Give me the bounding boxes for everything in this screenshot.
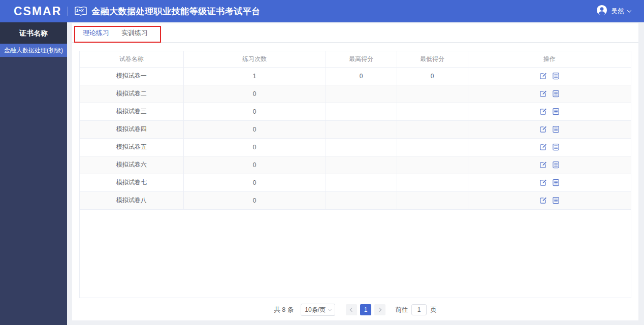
report-list-icon[interactable] [552, 125, 560, 133]
cell-operations [468, 103, 631, 120]
content-card: 理论练习 实训练习 试卷名称 练习次数 最高得分 最低得分 操作 模拟试卷一10… [72, 23, 638, 320]
edit-icon[interactable] [539, 108, 547, 115]
chevron-down-icon [328, 307, 332, 311]
table-row: 模拟试卷六0 [80, 156, 631, 174]
edit-icon[interactable] [539, 161, 547, 169]
cell-highest-score: 0 [326, 67, 397, 85]
cell-operations [468, 191, 631, 209]
table-row: 模拟试卷七0 [80, 174, 631, 191]
cell-practice-count: 0 [183, 138, 326, 156]
cell-highest-score [326, 156, 397, 174]
csmar-logo: CSMAR [14, 5, 61, 18]
table-body: 模拟试卷一100 模拟试卷二0 模拟试卷 [80, 67, 631, 209]
cell-lowest-score [397, 191, 468, 209]
cell-operations [468, 67, 631, 85]
tab-bar: 理论练习 实训练习 [72, 23, 638, 43]
operation-icons [468, 143, 631, 151]
cell-lowest-score [397, 103, 468, 120]
report-list-icon[interactable] [552, 143, 560, 151]
platform-title: 金融大数据处理职业技能等级证书考试平台 [91, 6, 261, 17]
cell-lowest-score [397, 138, 468, 156]
book-badge-text: 1+X [74, 9, 85, 13]
top-header: CSMAR 1+X 金融大数据处理职业技能等级证书考试平台 吴然 [0, 0, 644, 22]
page-unit-label: 页 [430, 306, 437, 314]
cell-practice-count: 0 [183, 174, 326, 191]
cell-paper-name: 模拟试卷四 [80, 120, 183, 138]
cell-lowest-score [397, 120, 468, 138]
edit-icon[interactable] [539, 143, 547, 151]
operation-icons [468, 179, 631, 186]
operation-icons [468, 72, 631, 80]
edit-icon[interactable] [539, 125, 547, 133]
page-size-value: 10条/页 [305, 306, 326, 314]
edit-icon[interactable] [539, 90, 547, 98]
report-list-icon[interactable] [552, 90, 560, 98]
sidebar-item-certificate[interactable]: 金融大数据处理(初级) [0, 44, 67, 57]
operation-icons [468, 108, 631, 115]
table-row: 模拟试卷一100 [80, 67, 631, 85]
prev-page-button[interactable] [346, 304, 357, 315]
report-list-icon[interactable] [552, 197, 560, 204]
goto-page-input[interactable] [411, 304, 427, 315]
operation-icons [468, 125, 631, 133]
cell-lowest-score: 0 [397, 67, 468, 85]
chevron-down-icon [627, 8, 631, 12]
table-row: 模拟试卷三0 [80, 103, 631, 120]
cell-operations [468, 138, 631, 156]
report-list-icon[interactable] [552, 72, 560, 80]
cell-practice-count: 0 [183, 120, 326, 138]
table-row: 模拟试卷八0 [80, 191, 631, 209]
cell-operations [468, 120, 631, 138]
table-row: 模拟试卷二0 [80, 85, 631, 103]
cell-practice-count: 0 [183, 156, 326, 174]
report-list-icon[interactable] [552, 161, 560, 169]
sidebar-title: 证书名称 [0, 22, 67, 44]
page-number-button[interactable]: 1 [360, 304, 371, 315]
report-list-icon[interactable] [552, 179, 560, 186]
cell-paper-name: 模拟试卷八 [80, 191, 183, 209]
next-page-button[interactable] [374, 304, 385, 315]
column-header-practice-count: 练习次数 [183, 51, 326, 67]
operation-icons [468, 197, 631, 204]
tab-theory-practice[interactable]: 理论练习 [83, 23, 109, 42]
cell-practice-count: 0 [183, 103, 326, 120]
cell-paper-name: 模拟试卷三 [80, 103, 183, 120]
cell-operations [468, 174, 631, 191]
cell-practice-count: 0 [183, 191, 326, 209]
avatar [596, 5, 607, 18]
cell-highest-score [326, 103, 397, 120]
total-count-label: 共 8 条 [274, 306, 294, 314]
edit-icon[interactable] [539, 72, 547, 80]
cell-highest-score [326, 138, 397, 156]
exam-table: 试卷名称 练习次数 最高得分 最低得分 操作 模拟试卷一100 模拟试卷二0 [79, 51, 631, 298]
cell-highest-score [326, 174, 397, 191]
sidebar: 证书名称 金融大数据处理(初级) [0, 22, 67, 325]
operation-icons [468, 90, 631, 98]
edit-icon[interactable] [539, 197, 547, 204]
chevron-left-icon [350, 308, 354, 312]
cell-practice-count: 1 [183, 67, 326, 85]
cell-lowest-score [397, 85, 468, 103]
brand-divider [68, 7, 68, 16]
edit-icon[interactable] [539, 179, 547, 186]
cell-practice-count: 0 [183, 85, 326, 103]
goto-label: 前往 [395, 306, 408, 314]
cell-paper-name: 模拟试卷七 [80, 174, 183, 191]
cell-highest-score [326, 120, 397, 138]
report-list-icon[interactable] [552, 108, 560, 115]
table-header-row: 试卷名称 练习次数 最高得分 最低得分 操作 [80, 51, 631, 67]
cell-lowest-score [397, 156, 468, 174]
brand: CSMAR 1+X 金融大数据处理职业技能等级证书考试平台 [14, 5, 261, 18]
table-row: 模拟试卷五0 [80, 138, 631, 156]
cell-lowest-score [397, 174, 468, 191]
cell-paper-name: 模拟试卷五 [80, 138, 183, 156]
cell-paper-name: 模拟试卷一 [80, 67, 183, 85]
cell-highest-score [326, 85, 397, 103]
user-menu[interactable]: 吴然 [596, 5, 631, 18]
cell-operations [468, 85, 631, 103]
tab-practical-practice[interactable]: 实训练习 [121, 23, 148, 42]
table-row: 模拟试卷四0 [80, 120, 631, 138]
column-header-operations: 操作 [468, 51, 631, 67]
user-name: 吴然 [611, 7, 624, 16]
page-size-select[interactable]: 10条/页 [301, 304, 335, 316]
